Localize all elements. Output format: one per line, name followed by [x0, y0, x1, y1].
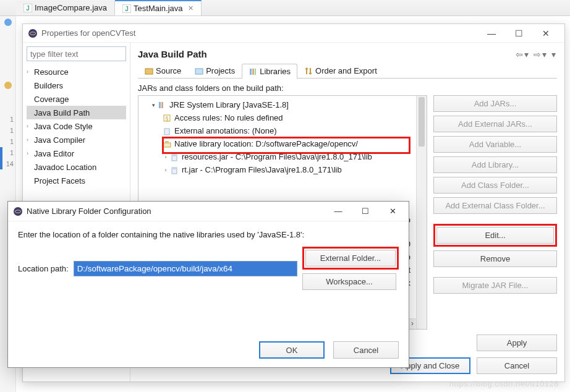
maximize-button[interactable]: ☐	[505, 28, 532, 38]
add-jars-button[interactable]: Add JARs...	[433, 95, 557, 112]
svg-rect-11	[159, 102, 161, 108]
expand-icon[interactable]: ›	[162, 154, 169, 160]
build-path-buttons: Add JARs... Add External JARs... Add Var…	[433, 95, 557, 330]
nav-item-coverage[interactable]: Coverage	[27, 92, 126, 106]
nav-item-java-code-style[interactable]: ›Java Code Style	[27, 119, 126, 133]
remove-button[interactable]: Remove	[433, 250, 557, 267]
svg-rect-21	[172, 168, 177, 169]
eclipse-icon	[28, 28, 38, 38]
location-path-label: Location path:	[18, 264, 69, 273]
tree-access-rules[interactable]: § Access rules: No rules defined	[141, 111, 424, 124]
svg-rect-7	[195, 69, 203, 74]
cancel-button[interactable]: Cancel	[333, 341, 399, 359]
svg-rect-15	[164, 129, 169, 135]
nav-item-java-build-path[interactable]: Java Build Path	[27, 106, 126, 119]
close-button[interactable]: ✕	[532, 28, 559, 38]
jar-icon	[169, 152, 179, 162]
java-file-icon: J	[122, 4, 131, 13]
external-folder-button[interactable]: External Folder...	[305, 250, 396, 266]
add-library-button[interactable]: Add Library...	[433, 156, 557, 173]
build-path-tabs: Source Projects Libraries Order and Expo…	[138, 63, 557, 79]
native-library-dialog: Native Library Folder Configuration — ☐ …	[7, 201, 409, 368]
svg-rect-10	[255, 69, 256, 75]
editor-tab-testmain[interactable]: J TestMain.java ✕	[115, 0, 201, 15]
editor-tabs: J ImageCompare.java J TestMain.java ✕	[0, 0, 570, 16]
tab-libraries[interactable]: Libraries	[242, 64, 297, 79]
add-variable-button[interactable]: Add Variable...	[433, 136, 557, 153]
tree-external-annotations[interactable]: External annotations: (None)	[141, 124, 424, 137]
tab-source[interactable]: Source	[138, 63, 188, 78]
library-icon	[249, 67, 257, 76]
svg-rect-8	[250, 69, 252, 75]
java-file-icon: J	[23, 4, 32, 12]
svg-rect-12	[161, 102, 163, 108]
nav-item-java-compiler[interactable]: ›Java Compiler	[27, 133, 126, 147]
ok-button[interactable]: OK	[259, 341, 325, 359]
cancel-button[interactable]: Cancel	[477, 357, 557, 374]
gutter-marker	[4, 82, 12, 89]
back-forward-nav[interactable]: ⇦▾ ⇨▾ ▾	[516, 49, 557, 59]
native-dialog-prompt: Enter the location of a folder containin…	[18, 230, 399, 239]
vertical-scrollbar[interactable]	[416, 96, 427, 329]
svg-text:§: §	[165, 116, 168, 122]
svg-rect-16	[163, 143, 171, 147]
expand-icon[interactable]: ›	[162, 167, 169, 173]
native-dialog-title: Native Library Folder Configuration	[27, 207, 151, 216]
svg-rect-9	[252, 69, 254, 75]
filter-input[interactable]	[27, 46, 126, 61]
eclipse-icon	[13, 207, 23, 216]
svg-rect-6	[145, 69, 153, 74]
native-lib-icon	[162, 139, 172, 149]
nav-item-project-facets[interactable]: Project Facets	[27, 174, 126, 187]
editor-tab-label: TestMain.java	[134, 4, 182, 13]
tab-order-export[interactable]: Order and Export	[297, 63, 384, 78]
order-export-icon	[304, 67, 313, 75]
properties-titlebar: Properties for openCVTest — ☐ ✕	[23, 24, 564, 43]
editor-tab-imagecompare[interactable]: J ImageCompare.java	[16, 1, 115, 15]
gutter-marker	[4, 19, 12, 26]
tree-native-library-location[interactable]: Native library location: D:/softwarePack…	[141, 137, 424, 150]
access-rules-icon: §	[162, 113, 172, 123]
jar-icon	[169, 165, 179, 175]
tree-rt-jar[interactable]: › rt.jar - C:\Program Files\Java\jre1.8.…	[141, 163, 424, 176]
svg-text:J: J	[125, 6, 129, 12]
native-dialog-titlebar: Native Library Folder Configuration — ☐ …	[8, 202, 409, 221]
annotation-highlight-box: Edit...	[433, 224, 557, 247]
nav-item-java-editor[interactable]: ›Java Editor	[27, 147, 126, 160]
nav-item-builders[interactable]: Builders	[27, 79, 126, 92]
add-class-folder-button[interactable]: Add Class Folder...	[433, 177, 557, 194]
library-icon	[157, 100, 167, 110]
properties-title: Properties for openCVTest	[41, 28, 135, 38]
minimize-button[interactable]: —	[325, 202, 352, 221]
workspace-button[interactable]: Workspace...	[302, 273, 396, 290]
svg-rect-17	[165, 141, 169, 143]
source-folder-icon	[145, 67, 153, 75]
annotation-highlight-box: External Folder...	[302, 247, 399, 270]
add-external-jars-button[interactable]: Add External JARs...	[433, 116, 557, 132]
svg-rect-19	[172, 155, 177, 156]
line-numbers: 1 1 1 1 14	[2, 114, 14, 169]
tree-resources-jar[interactable]: › resources.jar - C:\Program Files\Java\…	[141, 150, 424, 163]
tab-projects[interactable]: Projects	[188, 63, 242, 78]
nav-item-resource[interactable]: ›Resource	[27, 65, 126, 79]
location-path-input[interactable]	[74, 261, 297, 276]
svg-text:J: J	[26, 5, 30, 12]
tree-root-jre[interactable]: ▾ JRE System Library [JavaSE-1.8]	[141, 98, 424, 111]
edit-button[interactable]: Edit...	[436, 227, 554, 244]
expand-icon[interactable]: ▾	[150, 102, 157, 108]
jars-subheading: JARs and class folders on the build path…	[138, 83, 557, 93]
section-heading: Java Build Path	[138, 49, 207, 59]
close-icon[interactable]: ✕	[188, 4, 194, 12]
minimize-button[interactable]: —	[478, 28, 505, 38]
apply-button[interactable]: Apply	[477, 334, 557, 351]
add-external-class-folder-button[interactable]: Add External Class Folder...	[433, 197, 557, 214]
maximize-button[interactable]: ☐	[352, 202, 379, 221]
nav-item-javadoc-location[interactable]: Javadoc Location	[27, 160, 126, 174]
migrate-jar-button[interactable]: Migrate JAR File...	[433, 277, 557, 294]
close-button[interactable]: ✕	[379, 202, 406, 221]
editor-tab-label: ImageCompare.java	[35, 3, 107, 12]
annotations-icon	[162, 126, 172, 136]
projects-icon	[195, 67, 203, 75]
watermark-text: https://blog.csdn.net/u10128	[449, 379, 559, 388]
